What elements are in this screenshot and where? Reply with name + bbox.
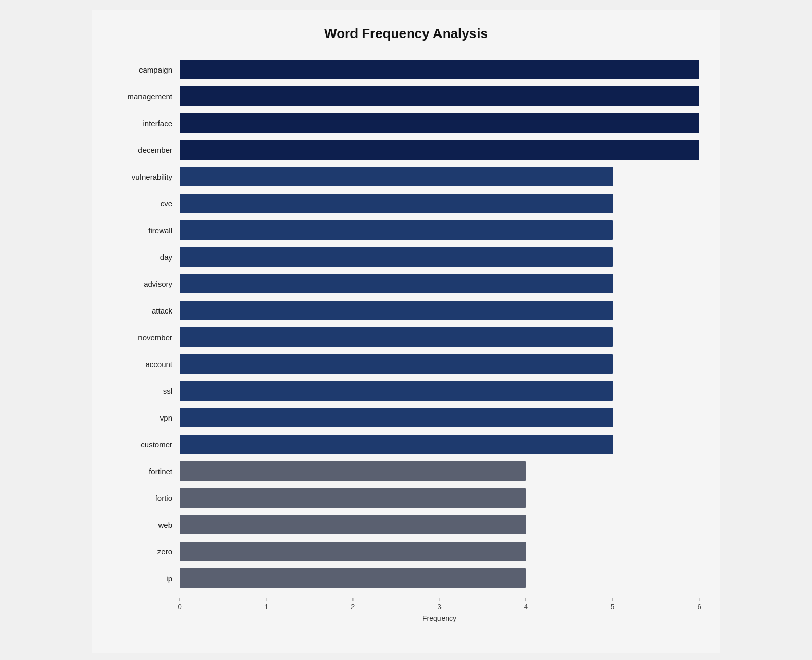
x-tick-line [352,598,353,601]
bar-label: ssl [113,387,180,395]
x-tick-line [699,598,699,601]
bar-track [180,408,699,427]
bar-track [180,515,699,534]
x-axis: 0123456 [180,598,699,613]
x-tick-label: 5 [611,603,614,611]
bar-label: attack [113,306,180,315]
bar-track [180,60,699,79]
bar-fill [180,327,613,347]
bar-label: vpn [113,413,180,422]
x-tick: 1 [264,598,268,611]
chart-title: Word Frequency Analysis [113,26,699,42]
bar-row: attack [113,298,699,323]
bar-fill [180,381,613,401]
bar-row: vulnerability [113,164,699,189]
bar-row: management [113,84,699,109]
x-tick-label: 1 [264,603,268,611]
bar-track [180,381,699,401]
x-tick-label: 6 [697,603,701,611]
bar-row: cve [113,191,699,216]
bar-fill [180,113,699,133]
bar-label: ip [113,574,180,583]
x-tick-label: 3 [437,603,441,611]
bar-fill [180,194,613,213]
bar-row: november [113,325,699,350]
bar-label: vulnerability [113,172,180,181]
bar-label: account [113,360,180,369]
x-tick-label: 2 [351,603,355,611]
bar-fill [180,542,526,561]
bar-fill [180,60,699,79]
bar-track [180,568,699,588]
bar-row: vpn [113,405,699,430]
bar-label: interface [113,119,180,128]
bar-track [180,301,699,320]
bar-row: day [113,245,699,269]
x-tick: 3 [437,598,441,611]
bar-track [180,140,699,160]
bar-row: campaign [113,57,699,82]
bar-row: advisory [113,271,699,296]
bar-fill [180,354,613,374]
bar-row: fortinet [113,459,699,483]
bar-fill [180,167,613,186]
x-tick-line [526,598,526,601]
bar-track [180,327,699,347]
bar-row: web [113,512,699,537]
bar-fill [180,220,613,240]
bar-fill [180,435,613,454]
bar-label: zero [113,547,180,556]
bar-fill [180,461,526,481]
bar-label: customer [113,440,180,449]
bar-label: management [113,92,180,101]
x-tick-line [179,598,180,601]
bar-row: firewall [113,218,699,242]
bar-track [180,488,699,508]
bar-track [180,86,699,106]
chart-container: Word Frequency Analysis campaignmanageme… [92,10,720,653]
x-axis-track: 0123456 [180,598,699,613]
bar-label: campaign [113,65,180,74]
bar-track [180,220,699,240]
bar-fill [180,488,526,508]
bar-label: fortinet [113,467,180,476]
chart-area: campaignmanagementinterfacedecembervulne… [113,57,699,593]
bar-track [180,542,699,561]
bar-label: december [113,146,180,154]
x-tick-label: 0 [178,603,181,611]
x-tick: 6 [697,598,701,611]
x-tick: 5 [611,598,614,611]
bar-fill [180,247,613,267]
bar-label: firewall [113,226,180,235]
x-tick-line [266,598,267,601]
x-tick-line [439,598,439,601]
bar-fill [180,301,613,320]
bar-track [180,194,699,213]
bar-row: account [113,352,699,376]
bar-fill [180,86,699,106]
bar-track [180,247,699,267]
bar-fill [180,568,526,588]
bar-row: fortio [113,485,699,510]
x-tick-line [612,598,613,601]
bar-label: day [113,253,180,262]
x-tick: 2 [351,598,355,611]
bar-row: interface [113,111,699,135]
bar-track [180,113,699,133]
x-axis-label: Frequency [180,614,699,622]
x-tick-label: 4 [524,603,528,611]
bar-label: cve [113,199,180,208]
bar-track [180,274,699,293]
bar-track [180,354,699,374]
bar-label: advisory [113,280,180,288]
bar-row: december [113,137,699,162]
x-tick: 4 [524,598,528,611]
bar-row: customer [113,432,699,457]
bar-fill [180,408,613,427]
bar-fill [180,140,699,160]
bar-label: fortio [113,494,180,502]
bar-row: zero [113,539,699,564]
bar-track [180,461,699,481]
bar-fill [180,274,613,293]
bar-fill [180,515,526,534]
